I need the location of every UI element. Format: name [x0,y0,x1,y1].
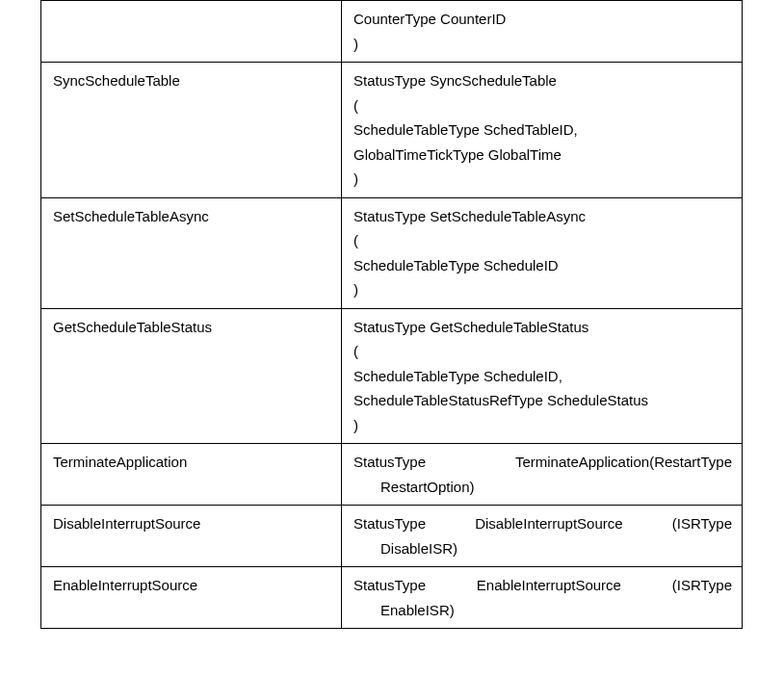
signature-token: StatusType [353,511,426,536]
api-name: SetScheduleTableAsync [53,208,209,224]
api-signature-cell: StatusTypeEnableInterruptSource(ISRTypeE… [342,567,743,629]
page-root: CounterType CounterID)SyncScheduleTableS… [0,0,784,629]
signature-token: StatusType [353,450,426,475]
table-row: DisableInterruptSourceStatusTypeDisableI… [41,506,743,567]
api-name: EnableInterruptSource [53,577,197,593]
signature-line: StatusTypeTerminateApplication(RestartTy… [353,450,732,475]
api-name-cell [41,1,342,63]
api-name: TerminateApplication [53,454,187,470]
table-row: TerminateApplicationStatusTypeTerminateA… [41,444,743,506]
api-table: CounterType CounterID)SyncScheduleTableS… [40,0,743,629]
api-signature-cell: StatusTypeDisableInterruptSource(ISRType… [342,506,743,567]
api-name-cell: SyncScheduleTable [41,63,342,198]
api-signature-cell: StatusType SyncScheduleTable(ScheduleTab… [342,63,743,198]
table-row: SetScheduleTableAsyncStatusType SetSched… [41,197,743,308]
signature-line: ) [353,277,732,302]
signature-line: RestartOption) [353,475,732,500]
signature-line: CounterType CounterID [353,7,732,32]
signature-line: StatusType SetScheduleTableAsync [353,204,732,229]
signature-line: ( [353,228,732,253]
signature-line: DisableISR) [353,536,732,561]
signature-line: EnableISR) [353,598,732,623]
api-name-cell: SetScheduleTableAsync [41,197,342,308]
signature-line: StatusType SyncScheduleTable [353,68,732,93]
signature-token: DisableInterruptSource [475,511,622,536]
signature-line: GlobalTimeTickType GlobalTime [353,143,732,168]
signature-token: EnableInterruptSource [477,573,621,598]
api-name-cell: TerminateApplication [41,444,342,506]
signature-line: ( [353,339,732,364]
signature-token: (ISRType [672,511,732,536]
api-table-body: CounterType CounterID)SyncScheduleTableS… [41,1,743,629]
table-row: GetScheduleTableStatusStatusType GetSche… [41,308,743,444]
signature-line: ( [353,93,732,118]
table-row: EnableInterruptSourceStatusTypeEnableInt… [41,567,743,629]
signature-token: TerminateApplication(RestartType [515,450,732,475]
table-row: CounterType CounterID) [41,1,743,63]
signature-line: ScheduleTableType SchedTableID, [353,117,732,143]
signature-line: ScheduleTableStatusRefType ScheduleStatu… [353,388,732,413]
api-name: SyncScheduleTable [53,72,180,89]
api-name-cell: EnableInterruptSource [41,567,342,629]
signature-line: ) [353,32,732,57]
api-signature-cell: StatusTypeTerminateApplication(RestartTy… [342,444,743,506]
signature-line: StatusTypeDisableInterruptSource(ISRType [353,511,732,536]
signature-line: ScheduleTableType ScheduleID [353,253,732,278]
api-name-cell: DisableInterruptSource [41,506,342,567]
signature-line: StatusType GetScheduleTableStatus [353,315,732,340]
signature-token: StatusType [353,573,426,598]
api-signature-cell: StatusType GetScheduleTableStatus(Schedu… [342,308,743,444]
api-signature-cell: CounterType CounterID) [342,1,743,63]
table-row: SyncScheduleTableStatusType SyncSchedule… [41,63,743,198]
api-name-cell: GetScheduleTableStatus [41,308,342,444]
signature-line: ) [353,167,732,192]
signature-line: StatusTypeEnableInterruptSource(ISRType [353,573,732,598]
api-name: DisableInterruptSource [53,515,200,532]
signature-line: ScheduleTableType ScheduleID, [353,364,732,389]
signature-token: (ISRType [672,573,732,598]
api-name: GetScheduleTableStatus [53,319,212,335]
signature-line: ) [353,413,732,438]
api-signature-cell: StatusType SetScheduleTableAsync(Schedul… [342,197,743,308]
